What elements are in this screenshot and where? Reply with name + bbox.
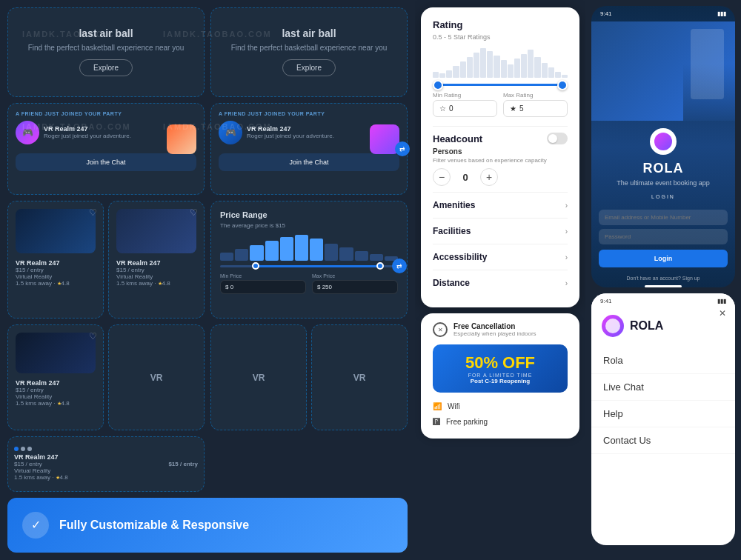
hero-person <box>691 29 724 99</box>
rola-signal-1: ▮▮▮ <box>717 10 726 17</box>
max-price-box[interactable]: $ 250 <box>312 280 398 294</box>
rola-home-indicator-1 <box>645 285 682 287</box>
accordion-accessibility[interactable]: Accessibility › <box>433 244 568 270</box>
min-rating-box[interactable]: ☆ 0 <box>433 100 497 117</box>
menu-item-livechat[interactable]: Live Chat <box>591 374 735 401</box>
last-vr-type: Virtual Reality <box>14 467 162 474</box>
vr-meta-2: Virtual Reality <box>116 273 196 280</box>
main-container: IAMDK.TAOBAO.COM IAMDK.TAOBAO.COM IAMDK.… <box>0 0 741 560</box>
close-menu-btn[interactable]: ✕ <box>719 308 726 319</box>
party-desc-2: Roger just joined your adventure. <box>247 133 334 139</box>
avatar-2: 🎮 <box>219 121 242 144</box>
min-price-label: Min Price <box>220 273 306 279</box>
rola-screen2-logo <box>602 315 624 337</box>
vr-placeholder-1: VR <box>108 324 205 430</box>
bar-2 <box>439 73 445 78</box>
join-chat-btn-1[interactable]: Join the Chat <box>16 153 196 171</box>
chevron-facilities: › <box>565 227 568 236</box>
card2-subtitle: Find the perfect basketball experience n… <box>231 44 388 52</box>
heart-icon-3[interactable]: ♡ <box>89 331 97 341</box>
bar-14 <box>521 54 527 78</box>
heart-icon-1[interactable]: ♡ <box>89 207 97 218</box>
parking-label: Free parking <box>446 418 488 426</box>
accordion-amenities[interactable]: Amenities › <box>433 192 568 218</box>
bottom-filter-panel: ✕ Free Cancellation Especially when play… <box>421 313 579 439</box>
min-rating-label: Min Rating <box>433 92 497 99</box>
wifi-label: Wifi <box>448 402 460 410</box>
rating-thumb-left[interactable] <box>433 80 443 90</box>
rola-login-label: LOGIN <box>651 194 675 199</box>
last-vr-name: VR Realm 247 <box>14 453 162 461</box>
vr-price-1: $15 / entry <box>16 267 96 273</box>
explore-btn-2[interactable]: Explore <box>282 59 336 76</box>
chevron-accessibility: › <box>565 253 568 261</box>
divider-1 <box>433 126 568 127</box>
swap-icon: ⇄ <box>395 141 410 156</box>
facilities-label: Facilities <box>433 226 471 236</box>
cancel-title: Free Cancellation <box>453 322 536 330</box>
rola-login-screen: 9:41 ▮▮▮ ROLA The ultimate event booking… <box>591 6 735 287</box>
min-star-icon: ☆ <box>439 104 446 113</box>
headcount-desc: Filter venues based on experience capaci… <box>433 157 568 164</box>
party-desc-1: Roger just joined your adventure. <box>44 133 131 139</box>
rola-brand: ROLA <box>643 161 684 176</box>
right-panel: 9:41 ▮▮▮ ROLA The ultimate event booking… <box>585 0 741 560</box>
banner-check-icon: ✓ <box>22 512 49 539</box>
decrement-btn[interactable]: − <box>433 168 451 186</box>
party-label-2: A FRIEND JUST JOINED YOUR PARTY <box>219 111 399 116</box>
card2-title: last air ball <box>282 27 336 39</box>
rola-signal-2: ▮▮▮ <box>717 298 726 304</box>
bar-9 <box>487 51 493 78</box>
left-panel: IAMDK.TAOBAO.COM IAMDK.TAOBAO.COM IAMDK.… <box>0 0 415 560</box>
bar-15 <box>528 50 534 78</box>
accordion-distance[interactable]: Distance › <box>433 270 568 296</box>
price-thumb-left[interactable] <box>252 262 259 270</box>
promo-text-block: 50% OFF FOR A LIMITED TIME Post C-19 Reo… <box>465 353 535 384</box>
menu-item-contact[interactable]: Contact Us <box>591 427 735 454</box>
heart-icon-2[interactable]: ♡ <box>190 207 198 218</box>
rola-hero-image <box>591 21 735 121</box>
rola-password-input[interactable] <box>599 229 728 244</box>
amenities-list: 📶 Wifi 🅿 Free parking <box>433 399 568 430</box>
rating-thumb-right[interactable] <box>557 80 568 90</box>
rola-status-bar-1: 9:41 ▮▮▮ <box>591 6 735 21</box>
vr-price-2: $15 / entry <box>116 267 196 273</box>
price-range-card: Price Range The average price is $15 <box>210 201 408 319</box>
last-vr-price: $15 / entry <box>14 461 162 467</box>
menu-item-help[interactable]: Help <box>591 401 735 427</box>
min-price-value: $ 0 <box>225 284 233 290</box>
rola-email-input[interactable] <box>599 210 728 225</box>
menu-item-rola[interactable]: Rola <box>591 347 735 374</box>
rating-bar-chart <box>433 48 568 78</box>
bar-20 <box>562 75 568 78</box>
amenities-label: Amenities <box>433 200 475 210</box>
bottom-vr-grid: ♡ VR Realm 247 $15 / entry Virtual Reali… <box>7 324 205 430</box>
accessibility-label: Accessibility <box>433 252 487 262</box>
increment-btn[interactable]: + <box>480 168 498 186</box>
bar-10 <box>494 56 499 78</box>
min-price-box[interactable]: $ 0 <box>220 280 306 294</box>
accordion-facilities[interactable]: Facilities › <box>433 218 568 244</box>
price-range-title: Price Range <box>220 210 398 219</box>
vr-meta-1: Virtual Reality <box>16 273 96 280</box>
vr-name-3: VR Realm 247 <box>16 379 96 387</box>
price-thumb-right[interactable] <box>376 262 384 270</box>
game-thumb-1 <box>167 124 196 154</box>
cancel-subtitle: Especially when played indoors <box>453 330 536 337</box>
rola-screen2-logo-area: ROLA <box>591 309 735 343</box>
headcount-toggle[interactable] <box>547 133 568 144</box>
rola-login-button[interactable]: Login <box>599 250 728 267</box>
vr-dist-3: 1.5 kms away · ★4.8 <box>16 400 96 407</box>
bar-18 <box>548 67 554 78</box>
party-card-2: A FRIEND JUST JOINED YOUR PARTY 🎮 VR Rea… <box>210 103 408 195</box>
bar-19 <box>555 72 561 78</box>
max-rating-box[interactable]: ★ 5 <box>503 100 568 117</box>
vr-name-1: VR Realm 247 <box>16 259 96 267</box>
join-chat-btn-2[interactable]: Join the Chat <box>219 153 399 171</box>
party-info-2: VR Realm 247 Roger just joined your adve… <box>247 125 334 139</box>
max-price-label: Max Price <box>312 273 398 279</box>
rating-slider-track <box>433 84 568 86</box>
explore-btn-1[interactable]: Explore <box>79 59 133 76</box>
rola-login-form: Login Don't have an account? Sign up <box>599 210 728 281</box>
vr-image-2 <box>116 209 196 253</box>
